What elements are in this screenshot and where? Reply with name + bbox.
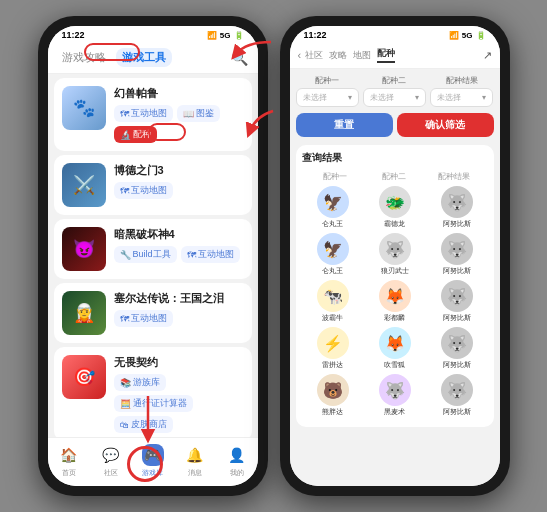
results-section: 查询结果 配种一 配种二 配种结果 🦅 仑丸王 🐲 [296,145,494,427]
game-item-zelda: 🧝 塞尔达传说：王国之泪 🗺 互动地图 [54,283,252,343]
name-3-p2: 吹雪狐 [384,360,405,370]
result-cell-2-p1: 🐄 波霸牛 [302,280,364,323]
game-info-diablo: 暗黑破坏神4 🔧 Build工具 🗺 互动地图 [114,227,244,263]
breed-dropdown-2[interactable]: 未选择 ▾ [363,88,426,107]
avatar-1-p2: 🐺 [379,233,411,265]
game-info-pokemon: 幻兽帕鲁 🗺 互动地图 📖 图鉴 🔬 [114,86,244,143]
tool-shop-free[interactable]: 🛍 皮肤商店 [114,416,173,433]
tab-guide[interactable]: 攻略 [329,49,347,62]
result-cell-0-p1: 🦅 仑丸王 [302,186,364,229]
tool-pass-free[interactable]: 🧮 通行证计算器 [114,395,193,412]
notify-icon: 🔔 [184,444,206,466]
tool-map-zelda[interactable]: 🗺 互动地图 [114,310,173,327]
breed-select-result: 配种结果 未选择 ▾ [430,75,493,107]
col-header-2: 配种二 [365,171,424,182]
share-button[interactable]: ↗ [483,49,492,62]
lib-icon: 📚 [120,378,131,388]
game-name-botw: 博德之门3 [114,163,244,178]
breed-label-1: 配种一 [296,75,359,86]
guide-icon: 📖 [183,109,194,119]
avatar-0-r: 🐺 [441,186,473,218]
result-cell-1-r: 🐺 阿努比斯 [426,233,488,276]
map-icon-botw: 🗺 [120,186,129,196]
name-1-p1: 仑丸王 [322,266,343,276]
status-icons-left: 📶 5G 🔋 [207,31,244,40]
tab-game-tools[interactable]: 游戏工具 [116,48,172,67]
app-header-left: 游戏攻略 游戏工具 🔍 [48,42,258,74]
tool-breed-pokemon[interactable]: 🔬 配种 [114,126,157,143]
phone-left: 11:22 📶 5G 🔋 游戏攻略 游戏工具 🔍 🐾 幻 [38,16,268,496]
game-item-pokemon: 🐾 幻兽帕鲁 🗺 互动地图 📖 图鉴 [54,78,252,151]
tool-guide-pokemon[interactable]: 📖 图鉴 [177,105,220,122]
game-info-free: 无畏契约 📚 游族库 🧮 通行证计算器 🛍 [114,355,244,433]
nav-game-lib[interactable]: 🎮 游戏库 [142,444,164,478]
nav-home[interactable]: 🏠 首页 [58,444,80,478]
avatar-0-p1: 🦅 [317,186,349,218]
result-cell-0-p2: 🐲 霸德龙 [364,186,426,229]
name-0-p1: 仑丸王 [322,219,343,229]
breed-container: 配种一 未选择 ▾ 配种二 未选择 ▾ 配种结果 [290,69,500,486]
tool-build-diablo[interactable]: 🔧 Build工具 [114,246,177,263]
avatar-2-p2: 🦊 [379,280,411,312]
nav-notify[interactable]: 🔔 消息 [184,444,206,478]
game-tools-zelda: 🗺 互动地图 [114,310,244,327]
breed-dropdown-1[interactable]: 未选择 ▾ [296,88,359,107]
game-info-botw: 博德之门3 🗺 互动地图 [114,163,244,199]
nav-profile[interactable]: 👤 我的 [226,444,248,478]
result-row-3: ⚡ 雷拼达 🦊 吹雪狐 🐺 阿努比斯 [302,327,488,370]
avatar-3-p2: 🦊 [379,327,411,359]
name-0-r: 阿努比斯 [443,219,471,229]
game-thumb-botw: ⚔️ [62,163,106,207]
game-info-zelda: 塞尔达传说：王国之泪 🗺 互动地图 [114,291,244,327]
name-1-r: 阿努比斯 [443,266,471,276]
community-icon: 💬 [100,444,122,466]
chevron-down-icon-result: ▾ [482,93,486,102]
name-2-r: 阿努比斯 [443,313,471,323]
status-bar-right: 11:22 📶 5G 🔋 [290,26,500,42]
game-thumb-zelda: 🧝 [62,291,106,335]
pass-icon: 🧮 [120,399,131,409]
nav-home-label: 首页 [62,468,76,478]
home-icon: 🏠 [58,444,80,466]
phone-right: 11:22 📶 5G 🔋 ‹ 社区 攻略 地图 配种 ↗ [280,16,510,496]
bottom-nav: 🏠 首页 💬 社区 🎮 游戏库 🔔 消息 👤 我的 [48,437,258,486]
result-row-1: 🦅 仑丸王 🐺 狼刃武士 🐺 阿努比斯 [302,233,488,276]
status-bar-left: 11:22 📶 5G 🔋 [48,26,258,42]
tool-map-botw[interactable]: 🗺 互动地图 [114,182,173,199]
tool-map-diablo[interactable]: 🗺 互动地图 [181,246,240,263]
status-icons-right: 📶 5G 🔋 [449,31,486,40]
result-cell-4-p1: 🐻 熊胖达 [302,374,364,417]
chevron-down-icon-2: ▾ [415,93,419,102]
game-thumb-diablo: 😈 [62,227,106,271]
tab-community[interactable]: 社区 [305,49,323,62]
game-tools-botw: 🗺 互动地图 [114,182,244,199]
result-cell-3-p1: ⚡ 雷拼达 [302,327,364,370]
back-icon[interactable]: ‹ [298,49,302,61]
confirm-button[interactable]: 确认筛选 [397,113,494,137]
avatar-3-r: 🐺 [441,327,473,359]
game-tools-pokemon: 🗺 互动地图 📖 图鉴 🔬 配种 [114,105,244,143]
screen-left: 11:22 📶 5G 🔋 游戏攻略 游戏工具 🔍 🐾 幻 [48,26,258,486]
nav-community[interactable]: 💬 社区 [100,444,122,478]
results-title: 查询结果 [302,151,488,165]
name-2-p1: 波霸牛 [322,313,343,323]
tab-breed[interactable]: 配种 [377,47,395,63]
col-header-1: 配种一 [306,171,365,182]
tab-game-guide[interactable]: 游戏攻略 [58,48,110,67]
tool-map-pokemon[interactable]: 🗺 互动地图 [114,105,173,122]
breed-selectors: 配种一 未选择 ▾ 配种二 未选择 ▾ 配种结果 [296,75,494,107]
avatar-4-p1: 🐻 [317,374,349,406]
nav-community-label: 社区 [104,468,118,478]
avatar-2-r: 🐺 [441,280,473,312]
avatar-3-p1: ⚡ [317,327,349,359]
tab-map[interactable]: 地图 [353,49,371,62]
reset-button[interactable]: 重置 [296,113,393,137]
result-row-2: 🐄 波霸牛 🦊 彩都麟 🐺 阿努比斯 [302,280,488,323]
breed-dropdown-result[interactable]: 未选择 ▾ [430,88,493,107]
name-3-r: 阿努比斯 [443,360,471,370]
game-thumb-pokemon: 🐾 [62,86,106,130]
search-icon[interactable]: 🔍 [231,50,248,66]
chevron-down-icon-1: ▾ [348,93,352,102]
breed-select-1: 配种一 未选择 ▾ [296,75,359,107]
tool-lib-free[interactable]: 📚 游族库 [114,374,166,391]
